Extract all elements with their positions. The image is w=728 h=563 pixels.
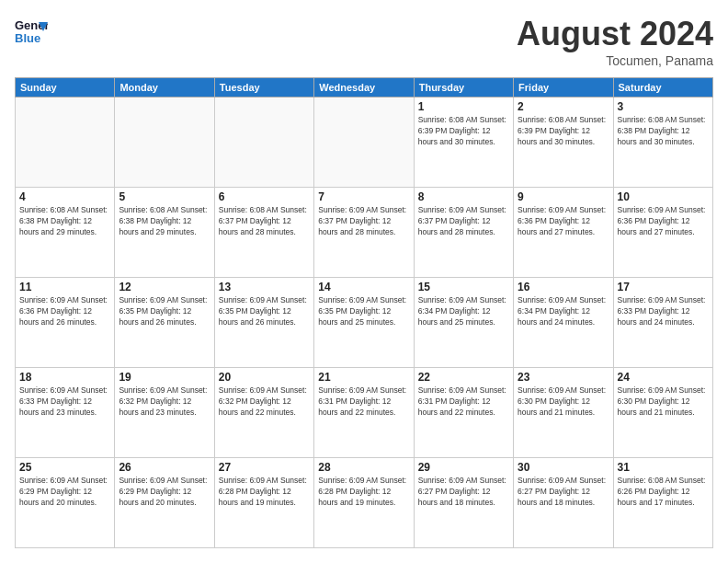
day-cell: 5Sunrise: 6:08 AM Sunset: 6:38 PM Daylig… bbox=[115, 188, 214, 278]
day-number: 28 bbox=[318, 461, 409, 474]
calendar-header-row: Sunday Monday Tuesday Wednesday Thursday… bbox=[16, 78, 713, 98]
day-cell: 31Sunrise: 6:08 AM Sunset: 6:26 PM Dayli… bbox=[613, 458, 712, 548]
day-cell: 22Sunrise: 6:09 AM Sunset: 6:31 PM Dayli… bbox=[414, 368, 513, 458]
day-cell: 28Sunrise: 6:09 AM Sunset: 6:28 PM Dayli… bbox=[314, 458, 414, 548]
month-title: August 2024 bbox=[517, 15, 713, 53]
day-cell: 26Sunrise: 6:09 AM Sunset: 6:29 PM Dayli… bbox=[115, 458, 214, 548]
day-number: 30 bbox=[518, 461, 609, 474]
day-info: Sunrise: 6:09 AM Sunset: 6:34 PM Dayligh… bbox=[418, 295, 509, 328]
svg-text:Blue: Blue bbox=[15, 31, 40, 45]
day-number: 9 bbox=[518, 190, 609, 203]
day-cell: 21Sunrise: 6:09 AM Sunset: 6:31 PM Dayli… bbox=[314, 368, 414, 458]
day-cell bbox=[16, 98, 115, 188]
day-info: Sunrise: 6:08 AM Sunset: 6:38 PM Dayligh… bbox=[119, 205, 210, 238]
day-info: Sunrise: 6:09 AM Sunset: 6:28 PM Dayligh… bbox=[318, 476, 409, 509]
day-cell: 29Sunrise: 6:09 AM Sunset: 6:27 PM Dayli… bbox=[414, 458, 513, 548]
day-info: Sunrise: 6:08 AM Sunset: 6:37 PM Dayligh… bbox=[219, 205, 310, 238]
col-saturday: Saturday bbox=[613, 78, 712, 98]
day-cell: 10Sunrise: 6:09 AM Sunset: 6:36 PM Dayli… bbox=[613, 188, 712, 278]
day-cell: 25Sunrise: 6:09 AM Sunset: 6:29 PM Dayli… bbox=[16, 458, 115, 548]
day-info: Sunrise: 6:09 AM Sunset: 6:27 PM Dayligh… bbox=[418, 476, 509, 509]
day-number: 31 bbox=[618, 461, 709, 474]
day-cell bbox=[115, 98, 214, 188]
day-number: 4 bbox=[19, 190, 110, 203]
day-info: Sunrise: 6:08 AM Sunset: 6:38 PM Dayligh… bbox=[618, 115, 709, 148]
day-cell: 3Sunrise: 6:08 AM Sunset: 6:38 PM Daylig… bbox=[613, 98, 712, 188]
day-cell: 11Sunrise: 6:09 AM Sunset: 6:36 PM Dayli… bbox=[16, 278, 115, 368]
day-number: 15 bbox=[418, 281, 509, 293]
day-info: Sunrise: 6:09 AM Sunset: 6:33 PM Dayligh… bbox=[618, 295, 709, 328]
day-number: 2 bbox=[518, 100, 609, 113]
day-cell: 18Sunrise: 6:09 AM Sunset: 6:33 PM Dayli… bbox=[16, 368, 115, 458]
day-cell: 1Sunrise: 6:08 AM Sunset: 6:39 PM Daylig… bbox=[414, 98, 513, 188]
day-number: 19 bbox=[119, 371, 210, 384]
day-info: Sunrise: 6:09 AM Sunset: 6:35 PM Dayligh… bbox=[119, 295, 210, 328]
day-info: Sunrise: 6:09 AM Sunset: 6:35 PM Dayligh… bbox=[219, 295, 310, 328]
day-info: Sunrise: 6:09 AM Sunset: 6:29 PM Dayligh… bbox=[119, 476, 210, 509]
day-cell: 14Sunrise: 6:09 AM Sunset: 6:35 PM Dayli… bbox=[314, 278, 414, 368]
week-row-3: 11Sunrise: 6:09 AM Sunset: 6:36 PM Dayli… bbox=[16, 278, 713, 368]
day-cell: 4Sunrise: 6:08 AM Sunset: 6:38 PM Daylig… bbox=[16, 188, 115, 278]
day-cell: 9Sunrise: 6:09 AM Sunset: 6:36 PM Daylig… bbox=[514, 188, 613, 278]
day-number: 25 bbox=[19, 461, 110, 474]
day-cell bbox=[214, 98, 313, 188]
day-number: 10 bbox=[618, 190, 709, 203]
title-block: August 2024 Tocumen, Panama bbox=[517, 15, 713, 68]
week-row-4: 18Sunrise: 6:09 AM Sunset: 6:33 PM Dayli… bbox=[16, 368, 713, 458]
day-info: Sunrise: 6:09 AM Sunset: 6:31 PM Dayligh… bbox=[418, 385, 509, 419]
logo: General Blue bbox=[15, 15, 48, 48]
day-number: 27 bbox=[219, 461, 310, 474]
header: General Blue August 2024 Tocumen, Panama bbox=[15, 15, 713, 68]
col-thursday: Thursday bbox=[414, 78, 513, 98]
week-row-5: 25Sunrise: 6:09 AM Sunset: 6:29 PM Dayli… bbox=[16, 458, 713, 548]
day-info: Sunrise: 6:09 AM Sunset: 6:34 PM Dayligh… bbox=[518, 295, 609, 328]
day-info: Sunrise: 6:09 AM Sunset: 6:33 PM Dayligh… bbox=[19, 385, 110, 419]
day-info: Sunrise: 6:09 AM Sunset: 6:30 PM Dayligh… bbox=[518, 385, 609, 419]
day-cell: 24Sunrise: 6:09 AM Sunset: 6:30 PM Dayli… bbox=[613, 368, 712, 458]
day-info: Sunrise: 6:09 AM Sunset: 6:37 PM Dayligh… bbox=[418, 205, 509, 238]
day-info: Sunrise: 6:09 AM Sunset: 6:36 PM Dayligh… bbox=[518, 205, 609, 238]
week-row-1: 1Sunrise: 6:08 AM Sunset: 6:39 PM Daylig… bbox=[16, 98, 713, 188]
day-number: 12 bbox=[119, 281, 210, 293]
col-wednesday: Wednesday bbox=[314, 78, 414, 98]
day-number: 16 bbox=[518, 281, 609, 293]
col-monday: Monday bbox=[115, 78, 214, 98]
day-info: Sunrise: 6:09 AM Sunset: 6:36 PM Dayligh… bbox=[19, 295, 110, 328]
day-number: 3 bbox=[618, 100, 709, 113]
day-number: 29 bbox=[418, 461, 509, 474]
day-info: Sunrise: 6:09 AM Sunset: 6:35 PM Dayligh… bbox=[318, 295, 409, 328]
day-number: 24 bbox=[618, 371, 709, 384]
day-number: 26 bbox=[119, 461, 210, 474]
week-row-2: 4Sunrise: 6:08 AM Sunset: 6:38 PM Daylig… bbox=[16, 188, 713, 278]
day-cell: 19Sunrise: 6:09 AM Sunset: 6:32 PM Dayli… bbox=[115, 368, 214, 458]
day-info: Sunrise: 6:09 AM Sunset: 6:37 PM Dayligh… bbox=[318, 205, 409, 238]
day-info: Sunrise: 6:09 AM Sunset: 6:36 PM Dayligh… bbox=[618, 205, 709, 238]
day-number: 5 bbox=[119, 190, 210, 203]
day-info: Sunrise: 6:09 AM Sunset: 6:32 PM Dayligh… bbox=[219, 385, 310, 419]
day-number: 21 bbox=[318, 371, 409, 384]
day-cell: 27Sunrise: 6:09 AM Sunset: 6:28 PM Dayli… bbox=[214, 458, 313, 548]
page: General Blue August 2024 Tocumen, Panama… bbox=[0, 0, 728, 563]
logo-icon: General Blue bbox=[15, 15, 48, 48]
col-tuesday: Tuesday bbox=[214, 78, 313, 98]
day-cell: 2Sunrise: 6:08 AM Sunset: 6:39 PM Daylig… bbox=[514, 98, 613, 188]
day-cell: 20Sunrise: 6:09 AM Sunset: 6:32 PM Dayli… bbox=[214, 368, 313, 458]
day-cell: 13Sunrise: 6:09 AM Sunset: 6:35 PM Dayli… bbox=[214, 278, 313, 368]
col-sunday: Sunday bbox=[16, 78, 115, 98]
day-cell: 7Sunrise: 6:09 AM Sunset: 6:37 PM Daylig… bbox=[314, 188, 414, 278]
day-cell: 30Sunrise: 6:09 AM Sunset: 6:27 PM Dayli… bbox=[514, 458, 613, 548]
day-number: 23 bbox=[518, 371, 609, 384]
day-info: Sunrise: 6:08 AM Sunset: 6:26 PM Dayligh… bbox=[618, 476, 709, 509]
day-info: Sunrise: 6:08 AM Sunset: 6:39 PM Dayligh… bbox=[418, 115, 509, 148]
day-number: 8 bbox=[418, 190, 509, 203]
day-info: Sunrise: 6:08 AM Sunset: 6:39 PM Dayligh… bbox=[518, 115, 609, 148]
day-number: 18 bbox=[19, 371, 110, 384]
day-cell: 16Sunrise: 6:09 AM Sunset: 6:34 PM Dayli… bbox=[514, 278, 613, 368]
day-cell: 17Sunrise: 6:09 AM Sunset: 6:33 PM Dayli… bbox=[613, 278, 712, 368]
day-cell: 6Sunrise: 6:08 AM Sunset: 6:37 PM Daylig… bbox=[214, 188, 313, 278]
day-info: Sunrise: 6:09 AM Sunset: 6:31 PM Dayligh… bbox=[318, 385, 409, 419]
day-number: 1 bbox=[418, 100, 509, 113]
day-number: 17 bbox=[618, 281, 709, 293]
col-friday: Friday bbox=[514, 78, 613, 98]
day-info: Sunrise: 6:09 AM Sunset: 6:28 PM Dayligh… bbox=[219, 476, 310, 509]
